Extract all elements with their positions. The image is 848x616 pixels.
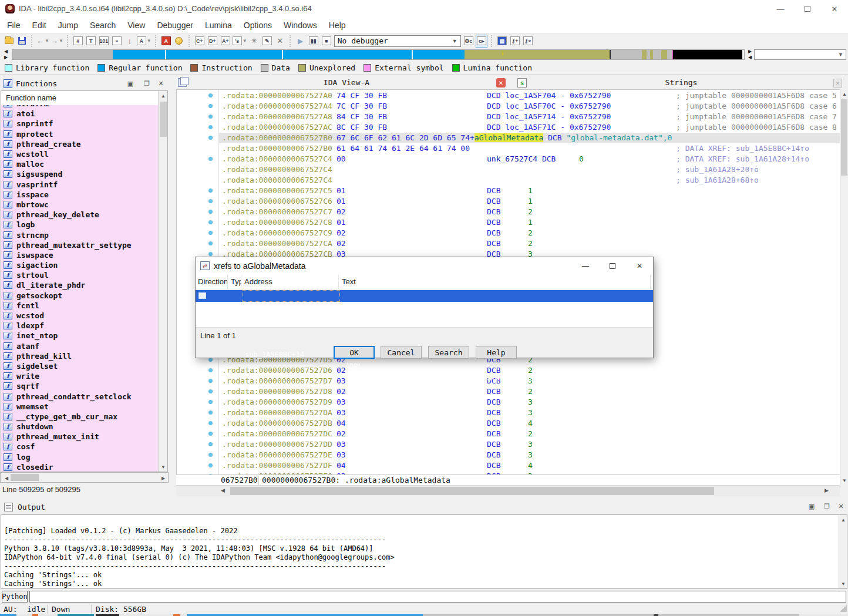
- function-row[interactable]: fatoi: [1, 109, 159, 119]
- scroll-left-icon[interactable]: ◀: [221, 487, 225, 493]
- output-close-icon[interactable]: ✕: [836, 501, 846, 511]
- debugger-pause-button[interactable]: ▮▮: [308, 35, 319, 48]
- scrollbar-thumb[interactable]: [11, 474, 39, 481]
- function-row[interactable]: fdl_iterate_phdr: [1, 280, 159, 290]
- make-array-button[interactable]: ✳: [248, 35, 260, 48]
- function-row[interactable]: fisspace: [1, 190, 159, 200]
- listing-row[interactable]: .rodata:00000000067527DE03DCB3: [177, 450, 840, 460]
- menu-edit[interactable]: Edit: [26, 18, 52, 33]
- dialog-maximize-button[interactable]: [599, 257, 626, 275]
- rename-button[interactable]: A+: [220, 35, 231, 48]
- tab-strings[interactable]: Strings: [529, 78, 834, 87]
- listing-row[interactable]: .rodata:00000000067527C4; sub_1A61A28+68…: [177, 175, 840, 186]
- window-maximize-button[interactable]: [794, 0, 821, 18]
- problems-list-icon[interactable]: A: [160, 35, 172, 48]
- debugger-stop-button[interactable]: ■: [321, 35, 332, 48]
- ida-view-close-icon[interactable]: ✕: [496, 78, 506, 87]
- function-row[interactable]: fwmemset: [1, 402, 159, 412]
- function-row[interactable]: fsigsuspend: [1, 169, 159, 179]
- scrollbar-thumb[interactable]: [841, 99, 847, 176]
- listing-row[interactable]: .rodata:00000000067527C801DCB1: [177, 217, 840, 228]
- names-list-button[interactable]: A▼: [137, 35, 152, 48]
- listing-row[interactable]: .rodata:00000000067527DA03DCB3: [177, 408, 840, 418]
- menu-jump[interactable]: Jump: [52, 18, 84, 33]
- scrollbar-thumb[interactable]: [230, 487, 714, 495]
- python-interpreter-button[interactable]: Python: [2, 591, 28, 602]
- navband-scroll-right-icon[interactable]: ▶◀: [746, 49, 753, 60]
- menu-view[interactable]: View: [122, 18, 151, 33]
- make-data-button[interactable]: D+: [207, 35, 218, 48]
- function-row[interactable]: fclosedir: [1, 462, 159, 472]
- listing-row[interactable]: .rodata:00000000067527D903DCB3: [177, 397, 840, 408]
- function-row[interactable]: fsqrtf: [1, 381, 159, 391]
- function-row[interactable]: fmbrtowc: [1, 200, 159, 210]
- function-row[interactable]: fsigaction: [1, 260, 159, 270]
- scroll-up-icon[interactable]: ▲: [839, 515, 847, 524]
- scroll-down-icon[interactable]: ▼: [839, 579, 847, 588]
- function-row[interactable]: fpthread_condattr_setclock: [1, 391, 159, 401]
- navigate-forward-button[interactable]: →▼: [51, 35, 63, 48]
- search-text-icon[interactable]: T: [85, 35, 97, 48]
- ok-button[interactable]: OK: [334, 346, 375, 359]
- scroll-right-icon[interactable]: ▶: [159, 473, 168, 483]
- menu-debugger[interactable]: Debugger: [151, 18, 199, 33]
- make-string-button[interactable]: 's▼: [233, 35, 247, 48]
- navband-scroll-left-icon[interactable]: ◀▶: [2, 49, 9, 60]
- make-code-button[interactable]: C+: [194, 35, 206, 48]
- debugger-start-button[interactable]: ▶: [295, 35, 307, 48]
- xrefs-column-header[interactable]: Address: [242, 275, 339, 290]
- function-row[interactable]: fcosf: [1, 442, 159, 452]
- listing-row[interactable]: .rodata:00000000067527C400unk_67527C4 DC…: [177, 154, 840, 164]
- output-maximize-icon[interactable]: ▣: [807, 501, 816, 511]
- function-row[interactable]: fpthread_kill: [1, 351, 159, 361]
- listing-horizontal-scrollbar[interactable]: ◀ ▶: [176, 485, 840, 496]
- function-row[interactable]: fatanf: [1, 341, 159, 351]
- menu-file[interactable]: File: [1, 18, 26, 33]
- function-row[interactable]: fsnprintf: [1, 119, 159, 129]
- cancel-button[interactable]: Cancel: [381, 346, 422, 359]
- function-row[interactable]: finet_ntop: [1, 331, 159, 341]
- function-row[interactable]: fpthread_key_delete: [1, 210, 159, 220]
- listing-row[interactable]: .rodata:00000000067527CA02DCB2: [177, 238, 840, 249]
- xrefs-column-header[interactable]: Typ: [228, 275, 241, 290]
- dialog-close-button[interactable]: ✕: [626, 257, 653, 275]
- output-log[interactable]: [Patching] Loaded v0.1.2 - (c) Markus Ga…: [1, 514, 847, 589]
- attach-process-icon[interactable]: ⚙c: [463, 35, 475, 48]
- scroll-down-icon[interactable]: ▼: [840, 476, 848, 485]
- function-row[interactable]: ffcntl: [1, 301, 159, 311]
- function-row[interactable]: fwcstod: [1, 311, 159, 321]
- jump-address-button[interactable]: ↓: [124, 35, 136, 48]
- function-row[interactable]: fpthread_mutexattr_settype: [1, 240, 159, 250]
- menu-help[interactable]: Help: [323, 18, 352, 33]
- search-button[interactable]: Search: [428, 346, 469, 359]
- scrollbar-thumb[interactable]: [160, 102, 167, 137]
- undefine-button[interactable]: ✕: [274, 35, 286, 48]
- listing-row[interactable]: .rodata:00000000067527DF04DCB4: [177, 460, 840, 471]
- scroll-down-icon[interactable]: ▼: [159, 462, 168, 472]
- search-next-icon[interactable]: »: [111, 35, 123, 48]
- listing-row[interactable]: .rodata:00000000067527C902DCB2: [177, 228, 840, 238]
- resize-grip[interactable]: [840, 605, 847, 612]
- function-row[interactable]: fpthread_create: [1, 139, 159, 149]
- function-row[interactable]: fwrite: [1, 371, 159, 381]
- menu-lumina[interactable]: Lumina: [199, 18, 238, 33]
- function-row[interactable]: fgetsockopt: [1, 291, 159, 301]
- scroll-left-icon[interactable]: ◀: [2, 473, 11, 483]
- function-row[interactable]: fstrtoul: [1, 270, 159, 280]
- scroll-up-icon[interactable]: ▲: [840, 89, 848, 99]
- functions-horizontal-scrollbar[interactable]: ◀ ▶: [0, 472, 169, 483]
- function-row[interactable]: fsigdelset: [1, 361, 159, 371]
- navigate-back-button[interactable]: ←▼: [36, 35, 49, 48]
- listing-row[interactable]: .rodata:00000000067527C601DCB1: [177, 196, 840, 207]
- tab-ida-view-a[interactable]: IDA View-A: [188, 78, 505, 87]
- key-add-icon[interactable]: ⚷+: [509, 35, 521, 48]
- strings-close-icon[interactable]: ✕: [833, 79, 842, 87]
- listing-row[interactable]: .rodata:00000000067527A47C CF 30 FBDCD l…: [177, 101, 840, 112]
- functions-maximize-icon[interactable]: ▣: [126, 79, 135, 88]
- function-row[interactable]: fiswspace: [1, 250, 159, 260]
- search-immediate-icon[interactable]: 101: [98, 35, 110, 48]
- command-input[interactable]: [29, 591, 846, 602]
- navband-track[interactable]: [12, 49, 745, 60]
- xrefs-column-header[interactable]: Text: [339, 275, 651, 290]
- listing-row[interactable]: .rodata:00000000067527D802DCB2: [177, 386, 840, 397]
